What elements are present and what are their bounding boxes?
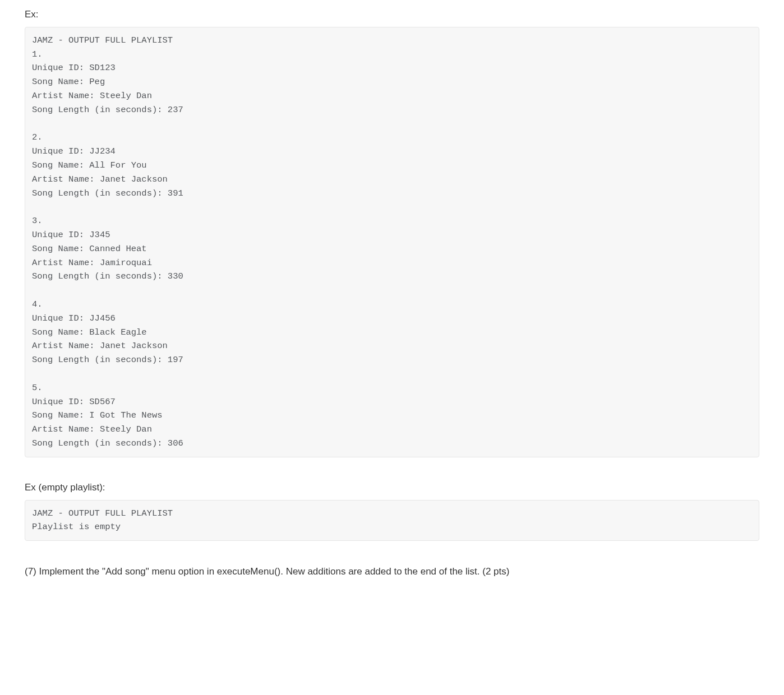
playlist-output-codeblock: JAMZ - OUTPUT FULL PLAYLIST 1. Unique ID… (25, 27, 759, 457)
example-label: Ex: (25, 8, 759, 21)
empty-playlist-codeblock: JAMZ - OUTPUT FULL PLAYLIST Playlist is … (25, 500, 759, 541)
question-7-text: (7) Implement the "Add song" menu option… (25, 564, 759, 579)
example-empty-label: Ex (empty playlist): (25, 481, 759, 494)
